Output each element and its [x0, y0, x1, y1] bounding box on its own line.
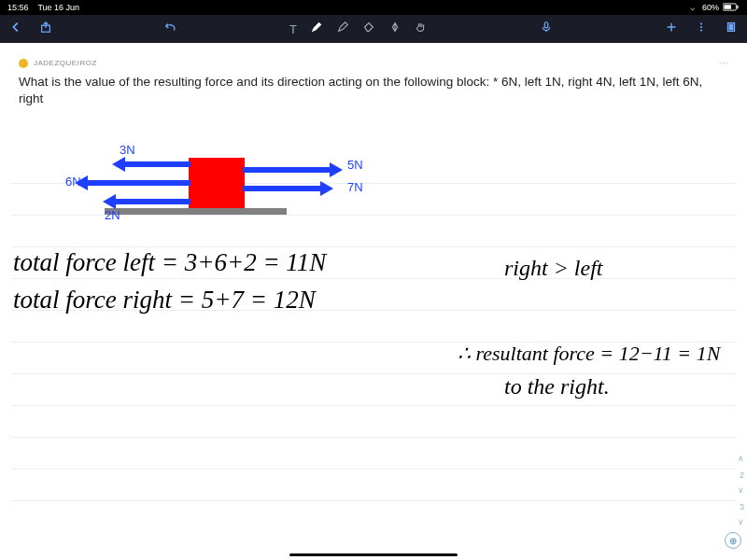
- label-7n: 7N: [347, 180, 363, 194]
- page-indicator-3: 3: [740, 502, 744, 511]
- force-diagram: 3N 6N 2N 5N 7N: [49, 137, 357, 221]
- eraser-tool-icon[interactable]: [362, 21, 375, 37]
- label-5n: 5N: [347, 158, 363, 172]
- add-button[interactable]: [665, 21, 678, 37]
- question-text: What is the value of the resulting force…: [19, 74, 728, 107]
- highlighter-tool-icon[interactable]: [336, 21, 349, 37]
- hand-resultant: ∴ resultant force = 12−11 = 1N: [458, 342, 720, 366]
- app-toolbar: T: [0, 15, 747, 43]
- arrow-2n-left: [114, 199, 190, 204]
- page-down-chevron-icon[interactable]: ∨: [738, 517, 744, 526]
- ruled-line: [11, 437, 736, 438]
- ruled-line: [11, 500, 736, 501]
- battery-percent: 60%: [702, 3, 719, 12]
- bluetooth-icon: ⌵: [690, 3, 695, 12]
- arrow-7n-right: [243, 186, 322, 191]
- text-tool-icon[interactable]: T: [289, 22, 297, 36]
- ipad-status-bar: 15:56 Tue 16 Jun ⌵ 60%: [0, 0, 747, 15]
- question-card: JADEZQUEIROZ ⋯ What is the value of the …: [11, 52, 736, 117]
- block: [189, 158, 245, 208]
- svg-point-8: [700, 29, 702, 31]
- label-6n: 6N: [65, 175, 81, 189]
- microphone-button[interactable]: [540, 21, 553, 37]
- tool-picker: T: [289, 21, 428, 37]
- hand-right-eq: total force right = 5+7 = 12N: [13, 286, 316, 315]
- arrow-3n-left: [123, 161, 190, 167]
- back-button[interactable]: [9, 21, 22, 37]
- svg-point-6: [700, 22, 702, 24]
- avatar: [19, 59, 28, 68]
- more-button[interactable]: [695, 21, 708, 37]
- zoom-in-icon: ⊕: [729, 536, 737, 546]
- status-right: ⌵ 60%: [686, 3, 740, 13]
- ground: [105, 208, 287, 215]
- author-row: JADEZQUEIROZ ⋯: [19, 58, 728, 68]
- svg-rect-5: [544, 22, 548, 28]
- arrow-5n-right: [243, 167, 331, 173]
- status-left: 15:56 Tue 16 Jun: [7, 3, 79, 12]
- svg-rect-2: [724, 5, 731, 9]
- pen-tool-icon[interactable]: [310, 21, 323, 37]
- page-down-chevron-icon[interactable]: ∨: [738, 485, 744, 495]
- card-more-icon[interactable]: ⋯: [719, 58, 729, 68]
- ruled-line: [11, 373, 736, 374]
- label-2n: 2N: [105, 208, 120, 222]
- note-canvas[interactable]: JADEZQUEIROZ ⋯ What is the value of the …: [0, 43, 747, 560]
- hand-tool-icon[interactable]: [415, 21, 428, 37]
- status-date: Tue 16 Jun: [37, 3, 79, 12]
- zoom-button[interactable]: ⊕: [725, 532, 741, 549]
- label-3n: 3N: [120, 143, 135, 157]
- svg-rect-3: [737, 5, 738, 8]
- undo-button[interactable]: [164, 21, 177, 37]
- hand-direction: to the right.: [504, 374, 610, 399]
- page-indicator-2: 2: [740, 470, 744, 480]
- ruled-line: [11, 278, 736, 279]
- hand-left-eq: total force left = 3+6+2 = 11N: [13, 248, 326, 277]
- arrow-6n-left: [86, 180, 190, 186]
- svg-rect-10: [729, 24, 733, 29]
- svg-point-7: [700, 26, 702, 28]
- home-indicator[interactable]: [289, 553, 458, 556]
- battery-icon: [723, 3, 740, 13]
- share-button[interactable]: [39, 21, 52, 37]
- hand-compare: right > left: [504, 256, 603, 281]
- lasso-tool-icon[interactable]: [388, 21, 402, 37]
- pages-button[interactable]: [725, 21, 738, 37]
- status-time: 15:56: [7, 3, 29, 12]
- page-up-chevron-icon[interactable]: ∧: [738, 454, 744, 463]
- ruled-line: [11, 246, 736, 247]
- ruled-line: [11, 469, 736, 469]
- author-name: JADEZQUEIROZ: [34, 59, 97, 67]
- ruled-line: [11, 405, 736, 406]
